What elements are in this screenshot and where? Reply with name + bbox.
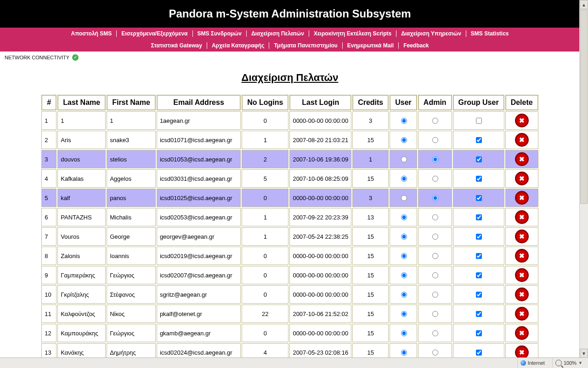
cell-group[interactable] [453,150,504,168]
cell-group[interactable] [453,131,504,149]
group-checkbox[interactable] [476,118,482,124]
nav-link[interactable]: SMS Συνδρομών [193,30,247,37]
cell-delete[interactable] [505,247,538,265]
nav-link[interactable]: Εισερχόμενα/Εξερχόμενα [117,30,192,37]
cell-user[interactable] [390,247,417,265]
admin-radio[interactable] [432,330,438,336]
admin-radio[interactable] [432,292,438,298]
user-radio[interactable] [401,195,407,201]
delete-button[interactable] [515,210,529,224]
group-checkbox[interactable] [476,137,482,143]
user-radio[interactable] [401,234,407,240]
delete-button[interactable] [515,268,529,282]
cell-user[interactable] [390,208,417,226]
user-radio[interactable] [401,330,407,336]
cell-admin[interactable] [418,285,452,304]
nav-link[interactable]: Feedback [399,42,433,49]
nav-link[interactable]: Ενημερωτικά Mail [343,42,399,49]
nav-link[interactable]: Διαχείριση Πελατών [247,30,309,37]
cell-group[interactable] [453,189,504,207]
nav-link[interactable]: Στατιστικά Gateway [147,42,207,49]
vertical-scrollbar[interactable]: ▲ ▼ [579,0,588,358]
nav-link[interactable]: Τμήματα Πανεπιστημίου [269,42,342,49]
cell-admin[interactable] [418,150,452,168]
cell-admin[interactable] [418,111,452,130]
cell-group[interactable] [453,208,504,226]
cell-admin[interactable] [418,189,452,207]
group-checkbox[interactable] [476,234,482,240]
group-checkbox[interactable] [476,253,482,259]
user-radio[interactable] [401,292,407,298]
cell-admin[interactable] [418,247,452,265]
admin-radio[interactable] [432,214,438,220]
user-radio[interactable] [401,137,407,143]
cell-group[interactable] [453,266,504,284]
nav-link[interactable]: Αρχεία Καταγραφής [207,42,270,49]
cell-user[interactable] [390,111,417,130]
cell-group[interactable] [453,247,504,265]
delete-button[interactable] [515,172,529,185]
delete-button[interactable] [515,152,529,166]
group-checkbox[interactable] [476,350,482,356]
group-checkbox[interactable] [476,156,482,162]
group-checkbox[interactable] [476,330,482,336]
group-checkbox[interactable] [476,272,482,278]
user-radio[interactable] [401,253,407,259]
cell-delete[interactable] [505,189,538,207]
cell-delete[interactable] [505,266,538,284]
cell-user[interactable] [390,189,417,207]
user-radio[interactable] [401,272,407,278]
user-radio[interactable] [401,350,407,356]
user-radio[interactable] [401,176,407,182]
user-radio[interactable] [401,311,407,317]
nav-link[interactable]: Διαχείριση Υπηρεσιών [396,30,466,37]
cell-user[interactable] [390,169,417,188]
group-checkbox[interactable] [476,195,482,201]
delete-button[interactable] [515,114,529,127]
user-radio[interactable] [401,156,407,162]
cell-admin[interactable] [418,324,452,342]
admin-radio[interactable] [432,234,438,240]
group-checkbox[interactable] [476,176,482,182]
scroll-thumb[interactable] [580,10,588,204]
cell-delete[interactable] [505,169,538,188]
delete-button[interactable] [515,249,529,263]
delete-button[interactable] [515,307,529,321]
admin-radio[interactable] [432,311,438,317]
admin-radio[interactable] [432,272,438,278]
cell-user[interactable] [390,227,417,246]
admin-radio[interactable] [432,176,438,182]
scroll-up-button[interactable]: ▲ [580,0,588,9]
delete-button[interactable] [515,230,529,243]
admin-radio[interactable] [432,156,438,162]
admin-radio[interactable] [432,350,438,356]
admin-radio[interactable] [432,137,438,143]
group-checkbox[interactable] [476,311,482,317]
cell-delete[interactable] [505,208,538,226]
nav-link[interactable]: SMS Statistics [466,30,514,37]
delete-button[interactable] [515,288,529,301]
cell-delete[interactable] [505,150,538,168]
cell-group[interactable] [453,111,504,130]
cell-group[interactable] [453,227,504,246]
cell-user[interactable] [390,305,417,323]
cell-admin[interactable] [418,169,452,188]
cell-admin[interactable] [418,131,452,149]
nav-link[interactable]: Αποστολή SMS [66,30,117,37]
cell-user[interactable] [390,324,417,342]
status-zoom[interactable]: 100% ▼ [552,358,585,368]
cell-group[interactable] [453,169,504,188]
admin-radio[interactable] [432,118,438,124]
cell-group[interactable] [453,305,504,323]
admin-radio[interactable] [432,253,438,259]
delete-button[interactable] [515,133,529,147]
user-radio[interactable] [401,118,407,124]
scroll-down-button[interactable]: ▼ [580,349,588,358]
cell-user[interactable] [390,150,417,168]
group-checkbox[interactable] [476,292,482,298]
cell-group[interactable] [453,285,504,304]
delete-button[interactable] [515,326,529,340]
cell-admin[interactable] [418,305,452,323]
cell-delete[interactable] [505,131,538,149]
cell-user[interactable] [390,131,417,149]
